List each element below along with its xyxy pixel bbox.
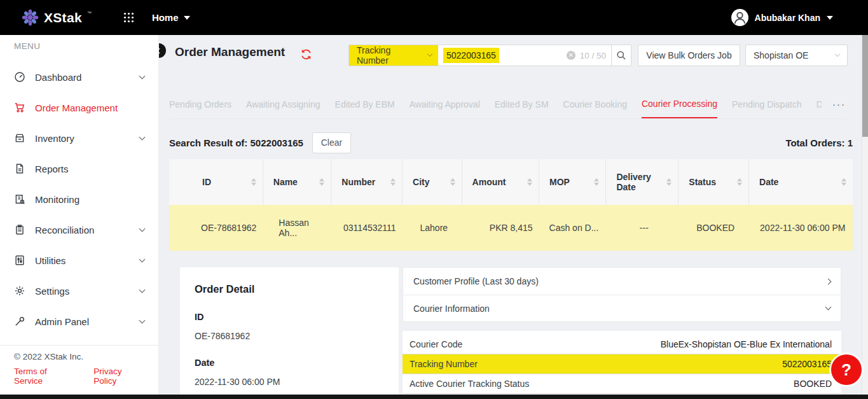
tab-courier-booking[interactable]: Courier Booking — [563, 90, 627, 118]
tracking-number-label: Tracking Number — [410, 359, 478, 369]
table-row[interactable]: OE-78681962 Hassan Ah... 03114532111 Lah… — [169, 205, 853, 251]
column-header-status[interactable]: Status — [679, 159, 749, 205]
tab-dispatched[interactable]: Dis — [816, 90, 822, 118]
column-header-amount[interactable]: Amount — [462, 159, 539, 205]
column-header-name[interactable]: Name — [263, 159, 331, 205]
sort-icon[interactable] — [251, 178, 256, 186]
gear-icon — [14, 285, 25, 297]
column-header-id[interactable]: ID — [169, 159, 263, 205]
help-button[interactable]: ? — [831, 354, 862, 385]
sort-icon[interactable] — [666, 178, 672, 186]
sidebar-item-label: Order Management — [35, 102, 118, 113]
search-input[interactable]: 5022003165 ✕ 10 / 50 — [438, 45, 611, 66]
search-type-select[interactable]: Tracking Number — [349, 45, 438, 66]
chevron-down-icon — [427, 52, 432, 57]
courier-information-card: Courier Code BlueEx-Shopistan OE-Blue Ex… — [403, 331, 841, 395]
order-id-label: ID — [195, 312, 384, 322]
search-icon — [616, 50, 626, 60]
clear-search-button[interactable]: Clear — [312, 132, 351, 153]
search-button[interactable] — [611, 45, 631, 66]
chevron-down-icon — [184, 16, 190, 20]
bottom-edge-bar — [0, 395, 868, 399]
sort-icon[interactable] — [527, 178, 532, 186]
sidebar-item-monitoring[interactable]: Monitoring — [0, 184, 158, 214]
view-bulk-orders-job-button[interactable]: View Bulk Orders Job — [638, 45, 740, 66]
tab-courier-processing[interactable]: Courier Processing — [642, 90, 717, 118]
sort-icon[interactable] — [450, 178, 455, 186]
sidebar-item-utilities[interactable]: Utilities — [0, 245, 158, 276]
sidebar-item-reconciliation[interactable]: Reconciliation — [0, 214, 158, 245]
user-menu[interactable]: Abubakar Khan — [731, 9, 833, 26]
order-id-value: OE-78681962 — [195, 331, 384, 341]
chevron-down-icon — [139, 134, 146, 140]
store-selector-value: Shopistan OE — [754, 50, 808, 60]
column-header-city[interactable]: City — [403, 159, 462, 205]
courier-information-label: Courier Information — [413, 304, 490, 314]
column-header-delivery-date[interactable]: Delivery Date — [606, 159, 679, 205]
sliders-icon — [14, 255, 25, 266]
main-content: Order Management Tracking Number 5022003… — [159, 35, 868, 395]
sort-icon[interactable] — [319, 178, 324, 186]
search-value: 5022003165 — [443, 48, 499, 63]
sidebar-item-dashboard[interactable]: Dashboard — [0, 62, 158, 92]
chevron-down-icon — [139, 286, 146, 293]
tab-edited-by-sm[interactable]: Edited By SM — [495, 90, 549, 118]
user-name: Abubakar Khan — [755, 13, 820, 23]
tracking-status-row: Active Courier Tracking Status BOOKED — [403, 374, 841, 394]
column-header-mop[interactable]: MOP — [539, 159, 606, 205]
tab-edited-by-ebm[interactable]: Edited By EBM — [335, 90, 395, 118]
sidebar-item-settings[interactable]: Settings — [0, 276, 158, 306]
clear-input-icon[interactable]: ✕ — [567, 51, 575, 60]
chevron-down-icon — [139, 225, 146, 232]
privacy-policy-link[interactable]: Privacy Policy — [93, 367, 144, 386]
tab-pending-orders[interactable]: Pending Orders — [169, 90, 231, 118]
courier-code-label: Courier Code — [410, 339, 462, 349]
brand-name: XStak — [44, 10, 82, 25]
tab-awaiting-approval[interactable]: Awaiting Approval — [410, 90, 480, 118]
sidebar-collapse-button[interactable] — [159, 43, 166, 58]
sidebar-item-admin-panel[interactable]: Admin Panel — [0, 306, 158, 337]
order-detail-title: Order Detail — [195, 283, 384, 295]
sidebar-item-label: Admin Panel — [35, 316, 89, 327]
wrench-icon — [14, 316, 25, 327]
sort-icon[interactable] — [737, 178, 742, 186]
column-header-number[interactable]: Number — [331, 159, 403, 205]
courier-information-accordion[interactable]: Courier Information — [403, 295, 841, 321]
cart-icon — [14, 102, 25, 113]
sidebar-item-label: Utilities — [35, 255, 65, 266]
tracking-number-row: Tracking Number 5022003165 — [403, 354, 841, 374]
clipboard-icon — [14, 224, 25, 235]
more-tabs-button[interactable]: ··· — [832, 99, 846, 109]
document-icon — [14, 163, 25, 174]
courier-code-row: Courier Code BlueEx-Shopistan OE-Blue Ex… — [403, 335, 841, 354]
sort-icon[interactable] — [390, 178, 396, 186]
home-menu[interactable]: Home — [152, 12, 190, 23]
app-grid-icon[interactable] — [123, 12, 134, 23]
scrollbar-thumb[interactable] — [862, 35, 868, 137]
order-status-tabs: Pending Orders Awaiting Assigning Edited… — [169, 90, 846, 119]
refresh-icon[interactable] — [300, 48, 312, 60]
tab-pending-dispatch[interactable]: Pending Dispatch — [732, 90, 802, 118]
tab-awaiting-assigning[interactable]: Awaiting Assigning — [246, 90, 320, 118]
menu-label: MENU — [0, 35, 158, 51]
sidebar-item-inventory[interactable]: Inventory — [0, 123, 158, 153]
cell-status: BOOKED — [679, 205, 749, 251]
search-result-summary: Search Result of: 5022003165 — [169, 137, 303, 148]
sort-icon[interactable] — [594, 178, 599, 186]
sidebar-item-label: Settings — [35, 286, 69, 297]
store-selector[interactable]: Shopistan OE — [745, 45, 848, 66]
cell-amount: PKR 8,415 — [462, 205, 539, 251]
chevron-down-icon — [139, 256, 146, 262]
cell-id: OE-78681962 — [169, 205, 263, 251]
courier-code-value: BlueEx-Shopistan OE-Blue Ex Internationa… — [661, 339, 832, 349]
vertical-scrollbar[interactable] — [862, 35, 868, 395]
customer-profile-accordion[interactable]: Customer Profile (Last 30 days) — [403, 268, 841, 295]
column-header-date[interactable]: Date — [749, 159, 853, 205]
page-title: Order Management — [175, 45, 285, 59]
terms-of-service-link[interactable]: Terms of Service — [14, 367, 74, 386]
search-type-value: Tracking Number — [357, 45, 422, 66]
sidebar-item-order-management[interactable]: Order Management — [0, 92, 158, 123]
sidebar-item-reports[interactable]: Reports — [0, 153, 158, 184]
sort-icon[interactable] — [841, 178, 846, 186]
avatar — [731, 9, 748, 26]
